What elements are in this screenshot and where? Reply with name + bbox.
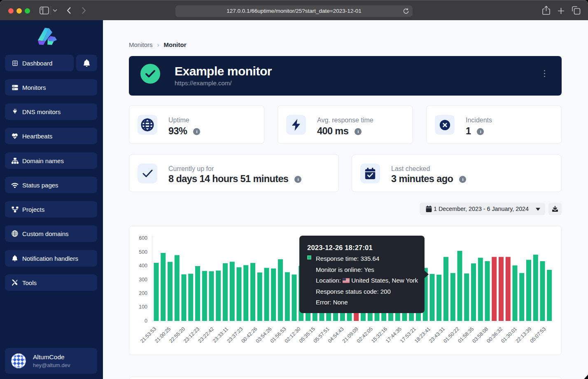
- svg-text:23:22:42: 23:22:42: [197, 326, 215, 344]
- svg-text:600: 600: [139, 235, 147, 241]
- svg-text:400: 400: [139, 263, 147, 269]
- svg-text:100: 100: [139, 304, 147, 310]
- svg-text:05:07:53: 05:07:53: [529, 326, 547, 344]
- svg-text:500: 500: [139, 249, 147, 255]
- svg-text:300: 300: [139, 277, 147, 283]
- svg-text:200: 200: [139, 290, 147, 296]
- svg-text:0: 0: [145, 318, 147, 324]
